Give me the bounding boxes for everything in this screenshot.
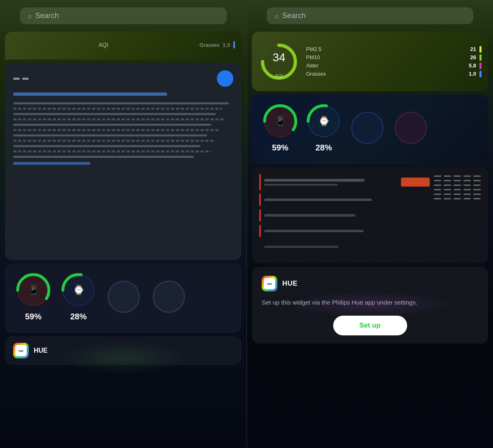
hue-logo-right: hue — [262, 276, 277, 291]
grasses-bar — [479, 71, 481, 77]
watch-pct-left: 28% — [70, 312, 87, 321]
alder-val: 5.8 — [466, 62, 476, 69]
hue-widget-right: hue HUE Set up this widget via the Phili… — [252, 267, 488, 344]
article-line-10 — [13, 150, 211, 152]
sched-dash-1 — [434, 176, 441, 177]
sched-dash-2 — [444, 176, 451, 177]
dot-2 — [22, 78, 29, 80]
article-line-11 — [13, 156, 194, 158]
aqi-widget-top-left: AQI Grasses 1.0 — [5, 32, 242, 60]
empty-ring-1-left — [105, 278, 142, 315]
alder-bar — [479, 62, 481, 69]
right-panel: ⌕ Search 34 AQI PM2.5 21 PM10 26 — [246, 0, 493, 448]
schedule-widget — [252, 167, 488, 263]
article-line-9 — [13, 145, 200, 147]
aqi-row-pm25: PM2.5 21 — [306, 46, 481, 53]
sched-dash-5 — [473, 176, 481, 177]
blue-circle — [217, 70, 233, 87]
battery-circles-left: 📱 59% ⌚ 28% — [15, 272, 232, 321]
grasses-label-left: Grasses — [200, 42, 219, 48]
aqi-gauge: 34 AQI — [258, 41, 299, 82]
battery-circles-right: 📱 59% ⌚ 28% — [262, 103, 478, 152]
article-line-5 — [13, 124, 211, 126]
phone-battery-left: 📱 59% — [15, 272, 52, 321]
empty-ring-2-left — [150, 278, 187, 315]
svg-point-5 — [153, 281, 184, 312]
phone-pct-left: 59% — [25, 312, 41, 321]
article-line-4 — [13, 118, 225, 120]
aqi-label-right: AQI — [275, 73, 283, 78]
article-widget — [5, 63, 242, 260]
phone-pct-right: 59% — [272, 143, 288, 152]
hue-logo-text-left: hue — [19, 349, 23, 352]
empty-ring-1-right — [349, 109, 386, 146]
hue-description: Set up this widget via the Philips Hue a… — [262, 298, 478, 307]
article-footer-bar — [13, 162, 90, 165]
watch-pct-right: 28% — [316, 143, 332, 152]
pm10-bar — [479, 54, 481, 61]
empty-battery-1-left — [105, 278, 142, 315]
watch-battery-right: ⌚ 28% — [305, 103, 342, 152]
aqi-value: 34 — [272, 51, 285, 64]
search-icon-right: ⌕ — [275, 12, 279, 20]
phone-ring-right: 📱 — [262, 103, 299, 140]
sched-dash-3 — [454, 176, 461, 177]
article-line-1 — [13, 102, 229, 104]
alder-name: Alder — [306, 62, 463, 69]
article-line-8 — [13, 140, 216, 142]
grasses-name-right: Grasses — [306, 71, 463, 77]
phone-battery-right: 📱 59% — [262, 103, 299, 152]
pm25-bar — [479, 46, 481, 53]
blue-bar-left — [233, 41, 235, 48]
aqi-row-grasses: Grasses 1.0 — [306, 71, 481, 77]
article-dots — [13, 78, 29, 80]
grasses-val-right: 1.0 — [466, 71, 476, 77]
hue-name-left: HUE — [34, 347, 48, 354]
aqi-widget-right: 34 AQI PM2.5 21 PM10 26 Alder 5.8 Grasse… — [252, 32, 488, 91]
battery-widget-left: 📱 59% ⌚ 28% — [5, 263, 242, 333]
article-line-3 — [13, 113, 216, 115]
pm10-name: PM10 — [306, 54, 463, 60]
watch-ring-right: ⌚ — [305, 103, 342, 140]
phone-ring-left: 📱 — [15, 272, 52, 309]
left-panel: ⌕ Search AQI Grasses 1.0 — [0, 0, 246, 448]
hue-logo-left: hue — [13, 343, 29, 358]
aqi-row-pm10: PM10 26 — [306, 54, 481, 61]
article-line-2 — [13, 108, 222, 110]
empty-ring-2-right — [392, 109, 429, 146]
grasses-row-left: Grasses 1.0 — [200, 41, 235, 48]
empty-battery-2-right — [392, 109, 429, 146]
hue-title-right: HUE — [282, 279, 297, 288]
svg-point-12 — [395, 112, 426, 143]
article-header — [13, 70, 233, 87]
aqi-label-left: AQI — [12, 42, 196, 48]
pm25-name: PM2.5 — [306, 46, 463, 52]
hue-header-right: hue HUE — [262, 276, 478, 291]
aqi-readings: PM2.5 21 PM10 26 Alder 5.8 Grasses 1.0 — [306, 46, 481, 77]
empty-battery-2-left — [150, 278, 187, 315]
pm10-val: 26 — [466, 54, 476, 60]
left-search-bar[interactable]: ⌕ Search — [0, 0, 246, 32]
watch-icon-left: ⌚ — [73, 285, 84, 296]
article-line-7 — [13, 134, 207, 136]
phone-icon-left: 📱 — [28, 285, 39, 296]
setup-button[interactable]: Set up — [333, 316, 407, 335]
hue-logo-inner-left: hue — [15, 345, 27, 356]
svg-point-4 — [108, 281, 139, 312]
left-search-text: Search — [35, 12, 59, 20]
svg-point-11 — [352, 112, 383, 143]
empty-battery-1-right — [349, 109, 386, 146]
search-icon-left: ⌕ — [28, 12, 32, 20]
article-line-6 — [13, 129, 220, 131]
right-search-bar[interactable]: ⌕ Search — [247, 0, 493, 32]
battery-widget-right: 📱 59% ⌚ 28% — [252, 95, 488, 164]
sched-dash-4 — [463, 176, 471, 177]
grasses-value-left: 1.0 — [223, 42, 230, 48]
dot-1 — [13, 78, 20, 80]
watch-ring-left: ⌚ — [60, 272, 97, 309]
phone-icon-right: 📱 — [275, 116, 286, 127]
hue-logo-inner-right: hue — [264, 278, 275, 289]
watch-icon-right: ⌚ — [318, 116, 329, 127]
pm25-val: 21 — [466, 46, 476, 52]
right-search-text: Search — [282, 12, 306, 20]
